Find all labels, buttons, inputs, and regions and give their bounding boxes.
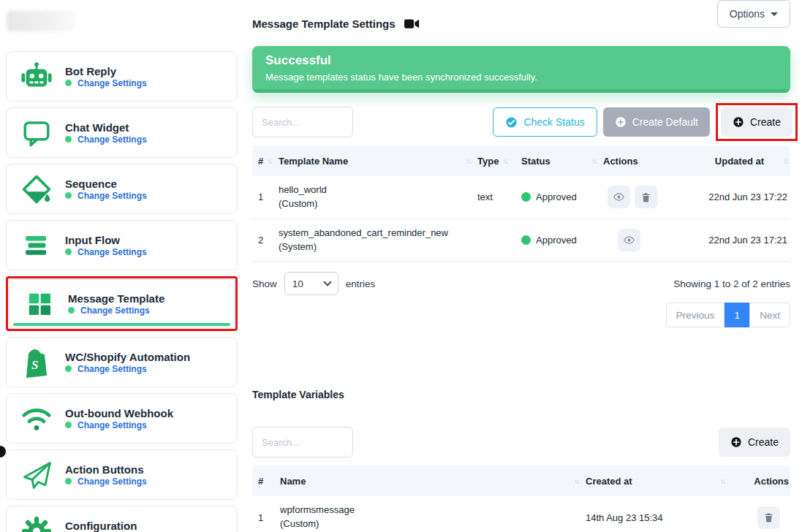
variables-search-input[interactable] — [252, 427, 353, 457]
sidebar-item-input-flow[interactable]: Input Flow Change Settings — [6, 220, 238, 270]
col-num: # — [252, 473, 280, 490]
plus-circle-icon — [733, 116, 744, 128]
robot-icon — [20, 60, 53, 94]
sidebar-item-sequence[interactable]: Sequence Change Settings — [6, 164, 238, 214]
page: Bot Reply Change Settings Chat Widget Ch… — [0, 0, 802, 532]
table-row: 2 system_abandoned_cart_reminder_new (Sy… — [252, 219, 790, 262]
check-status-button[interactable]: Check Status — [493, 107, 597, 137]
sidebar-item-wc-shopify-automation[interactable]: S WC/Shopify Automation Change Settings — [6, 337, 238, 387]
change-settings-link[interactable]: Change Settings — [77, 191, 147, 201]
sort-icon[interactable]: ↑↓ — [783, 157, 787, 165]
bars-icon — [20, 229, 53, 262]
alert-title: Successful — [265, 53, 777, 68]
sort-icon[interactable]: ↑↓ — [591, 157, 596, 165]
sidebar-list: Bot Reply Change Settings Chat Widget Ch… — [6, 51, 238, 532]
status-dot — [65, 136, 72, 142]
sort-icon[interactable]: ↑↓ — [502, 157, 507, 165]
change-settings-link[interactable]: Change Settings — [80, 305, 150, 316]
sidebar-item-action-buttons[interactable]: Action Buttons Change Settings — [6, 449, 238, 500]
sidebar-item-configuration[interactable]: Configuration Change Settings — [6, 506, 238, 532]
delete-button[interactable] — [635, 186, 657, 208]
create-template-button[interactable]: Create — [721, 107, 792, 137]
create-variable-button[interactable]: Create — [719, 428, 790, 457]
previous-page-button[interactable]: Previous — [666, 303, 725, 327]
grid-icon — [23, 287, 56, 321]
row-actions — [603, 186, 689, 208]
pagination: Previous 1 Next — [252, 303, 790, 327]
current-page-button[interactable]: 1 — [725, 303, 749, 327]
main-content: Message Template Settings Options Succes… — [252, 0, 790, 532]
row-index: 2 — [252, 235, 279, 246]
status-dot — [65, 80, 72, 86]
status-dot — [65, 478, 72, 484]
paint-bucket-icon — [20, 172, 53, 206]
col-num[interactable]: # ↑↓ — [252, 153, 279, 170]
create-default-button[interactable]: Create Default — [603, 107, 710, 137]
trash-icon — [640, 191, 651, 203]
edge-widget-knob[interactable] — [0, 446, 6, 457]
change-settings-link[interactable]: Change Settings — [77, 78, 147, 88]
change-settings-link[interactable]: Change Settings — [77, 476, 147, 487]
entries-label: entries — [346, 278, 376, 289]
updated-at: 22nd Jun 23 17:21 — [689, 235, 790, 246]
variable-name-cell: wpformsmessage (Custom) — [280, 503, 586, 531]
page-title: Message Template Settings — [252, 18, 396, 30]
updated-at: 22nd Jun 23 17:22 — [689, 191, 790, 202]
sort-icon[interactable]: ↑↓ — [574, 477, 578, 485]
col-updated-at[interactable]: Updated at ↑↓ — [689, 153, 790, 170]
view-button[interactable] — [608, 186, 630, 208]
status-dot — [65, 365, 72, 372]
col-created-at[interactable]: Created at ↑↓ — [586, 473, 732, 490]
eye-icon — [613, 191, 625, 203]
view-button[interactable] — [618, 229, 640, 251]
col-status[interactable]: Status ↑↓ — [521, 153, 603, 170]
change-settings-link[interactable]: Change Settings — [77, 247, 147, 257]
change-settings-link[interactable]: Change Settings — [77, 420, 147, 430]
annotation-box-create: Create — [716, 103, 798, 141]
status-dot — [65, 422, 72, 428]
status-badge: Approved — [521, 235, 603, 246]
col-actions: Actions — [732, 473, 790, 490]
change-settings-link[interactable]: Change Settings — [77, 364, 147, 374]
sidebar-item-label: Configuration — [65, 520, 137, 532]
sort-icon[interactable]: ↑↓ — [466, 157, 470, 165]
sort-icon[interactable]: ↑↓ — [267, 157, 271, 165]
sidebar-item-out-bound-webhook[interactable]: Out-bound Webhook Change Settings — [6, 393, 238, 444]
status-dot — [65, 248, 72, 255]
sidebar-item-message-template[interactable]: Message Template Change Settings — [9, 279, 235, 328]
sidebar-item-bot-reply[interactable]: Bot Reply Change Settings — [6, 51, 238, 102]
sort-icon[interactable]: ↑↓ — [720, 477, 725, 485]
variable-kind: (Custom) — [280, 517, 586, 531]
wifi-icon — [20, 402, 53, 436]
chevron-down-icon — [323, 278, 331, 286]
variables-toolbar: Create — [252, 427, 790, 457]
plus-circle-icon — [730, 436, 742, 448]
video-camera-icon[interactable] — [404, 18, 420, 29]
sidebar-item-label: WC/Shopify Automation — [65, 351, 190, 363]
next-page-button[interactable]: Next — [749, 303, 790, 327]
paper-plane-icon — [20, 458, 53, 492]
sidebar-item-chat-widget[interactable]: Chat Widget Change Settings — [6, 107, 238, 158]
create-label: Create — [750, 116, 781, 128]
chat-bubble-icon — [20, 116, 53, 150]
templates-toolbar: Check Status Create Default — [252, 107, 790, 137]
col-template-name[interactable]: Template Name ↑↓ — [279, 153, 477, 170]
col-type[interactable]: Type ↑↓ — [477, 153, 521, 170]
change-settings-link[interactable]: Change Settings — [77, 134, 147, 145]
sidebar-item-label: Chat Widget — [65, 121, 129, 134]
options-button[interactable]: Options — [717, 0, 790, 28]
page-size-select[interactable]: 10 — [284, 272, 338, 295]
approved-dot-icon — [521, 192, 531, 202]
delete-button[interactable] — [757, 506, 780, 529]
variables-table: # Name ↑↓ Created at ↑↓ Actions 1 wpform… — [252, 466, 790, 532]
trash-icon — [763, 512, 774, 523]
col-name[interactable]: Name ↑↓ — [280, 473, 586, 490]
status-dot — [65, 192, 72, 199]
plus-circle-icon — [615, 116, 627, 128]
sidebar-item-label: Bot Reply — [65, 65, 116, 77]
shopify-bag-icon: S — [20, 346, 53, 379]
chevron-down-icon — [771, 12, 778, 16]
templates-search-input[interactable] — [252, 107, 353, 137]
options-label: Options — [730, 8, 765, 20]
row-index: 1 — [252, 512, 280, 523]
